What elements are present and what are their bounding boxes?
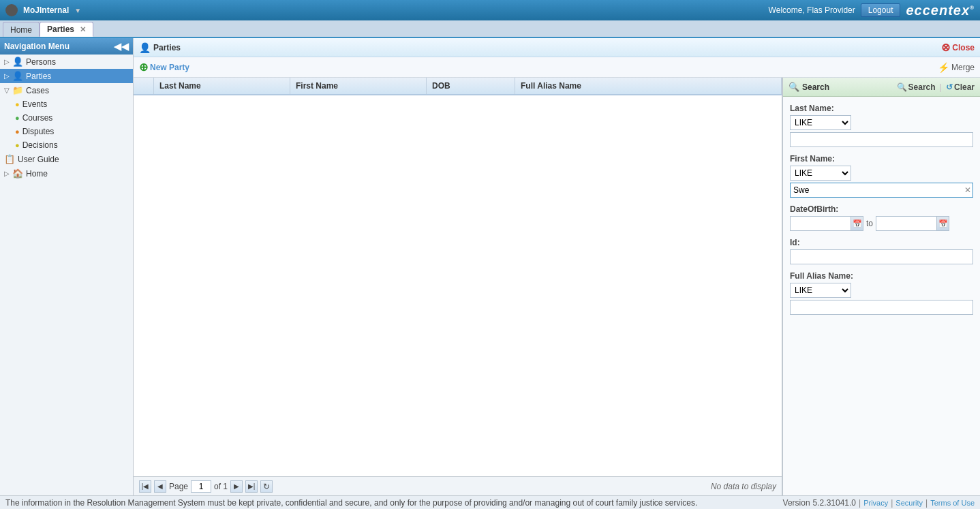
search-actions: 🔍 Search | ↺ Clear <box>897 82 975 92</box>
lightning-icon: ⚡ <box>938 62 949 73</box>
sidebar-item-home[interactable]: ▷ 🏠 Home <box>0 166 133 181</box>
close-button[interactable]: ⊗ Close <box>941 41 975 54</box>
sidebar-item-parties[interactable]: ▷ 👤 Parties <box>0 69 133 83</box>
sidebar-item-events[interactable]: ● Events <box>11 97 133 111</box>
th-dob: DOB <box>427 78 515 94</box>
expand-home-icon: ▷ <box>4 170 10 177</box>
sidebar-item-label: Cases <box>26 86 49 95</box>
last-name-select[interactable]: LIKE EQUALS STARTS WITH ENDS WITH <box>790 115 851 130</box>
sidebar-item-decisions[interactable]: ● Decisions <box>11 138 133 152</box>
footer-sep3: | <box>925 498 928 508</box>
new-party-icon: ⊕ <box>139 61 148 74</box>
dob-to-input[interactable] <box>876 216 937 231</box>
app-title-area: MoJInternal ▼ <box>5 4 81 16</box>
app-dropdown-icon[interactable]: ▼ <box>74 7 81 14</box>
dob-from-cal-icon[interactable]: 📅 <box>851 216 863 231</box>
footer: The information in the Resolution Manage… <box>0 495 980 509</box>
top-bar: MoJInternal ▼ Welcome, Flas Provider Log… <box>0 0 980 20</box>
logout-button[interactable]: Logout <box>861 3 901 17</box>
page-first-btn[interactable]: |◀ <box>139 480 151 493</box>
page-number-input[interactable] <box>191 480 211 493</box>
sidebar-item-courses[interactable]: ● Courses <box>11 111 133 125</box>
sidebar-item-label: Persons <box>26 57 56 67</box>
full-alias-select[interactable]: LIKE EQUALS STARTS WITH ENDS WITH <box>790 283 851 298</box>
clear-button[interactable]: ↺ Clear <box>946 82 975 92</box>
parties-title: 👤 Parties <box>139 42 181 53</box>
tab-home-label: Home <box>10 25 32 35</box>
dob-to-cal-icon[interactable]: 📅 <box>937 216 949 231</box>
content-area: 👤 Parties ⊗ Close ⊕ New Party ⚡ Merge <box>134 38 980 495</box>
events-icon: ● <box>15 100 20 108</box>
full-alias-label: Full Alias Name: <box>790 271 973 281</box>
sidebar-item-label: Events <box>22 99 48 109</box>
search-form: Last Name: LIKE EQUALS STARTS WITH ENDS … <box>783 97 980 322</box>
new-party-button[interactable]: ⊕ New Party <box>139 61 189 74</box>
merge-button[interactable]: ⚡ Merge <box>938 62 975 73</box>
sidebar-item-label: Decisions <box>22 140 58 150</box>
terms-link[interactable]: Terms of Use <box>930 499 975 507</box>
tab-bar: Home Parties ✕ <box>0 20 980 38</box>
main-layout: Navigation Menu ◀◀ ▷ 👤 Persons ▷ 👤 Parti… <box>0 38 980 495</box>
clear-label: Clear <box>954 82 975 92</box>
refresh-btn[interactable]: ↻ <box>260 480 273 493</box>
page-last-btn[interactable]: ▶| <box>245 480 258 493</box>
search-panel: 🔍 Search 🔍 Search | ↺ Clear <box>782 78 980 495</box>
search-magnifier-icon: 🔍 <box>897 82 907 92</box>
clear-icon: ↺ <box>946 82 953 92</box>
courses-icon: ● <box>15 114 20 122</box>
pagination-bar: |◀ ◀ Page of 1 ▶ ▶| ↻ No data to display <box>134 476 782 495</box>
expand-icon-parties: ▷ <box>4 72 10 80</box>
parties-header: 👤 Parties ⊗ Close <box>134 38 980 57</box>
page-label: Page <box>169 482 188 491</box>
no-data-label: No data to display <box>711 482 776 491</box>
tab-parties[interactable]: Parties ✕ <box>40 22 93 37</box>
table-body <box>134 95 782 476</box>
page-prev-btn[interactable]: ◀ <box>154 480 166 493</box>
first-name-input[interactable] <box>790 183 973 198</box>
search-button[interactable]: 🔍 Search <box>897 82 936 92</box>
dob-to-sep: to <box>866 219 873 228</box>
search-panel-title: Search <box>802 82 829 92</box>
close-circle-icon: ⊗ <box>941 41 950 54</box>
new-party-label: New Party <box>150 63 189 72</box>
footer-right: Version 5.2.31041.0 | Privacy | Security… <box>783 498 975 508</box>
full-alias-group: Full Alias Name: LIKE EQUALS STARTS WITH… <box>790 271 973 315</box>
th-full-alias: Full Alias Name <box>515 78 782 94</box>
first-name-group: First Name: LIKE EQUALS STARTS WITH ENDS… <box>790 154 973 198</box>
sidebar-item-persons[interactable]: ▷ 👤 Persons <box>0 55 133 69</box>
cases-folder-icon: 📁 <box>12 85 23 95</box>
privacy-link[interactable]: Privacy <box>863 499 888 507</box>
dob-label: DateOfBirth: <box>790 204 973 214</box>
sidebar-item-cases[interactable]: ▽ 📁 Cases <box>0 83 133 97</box>
sidebar-item-label: Courses <box>22 113 53 123</box>
welcome-text: Welcome, Flas Provider <box>769 5 855 15</box>
dob-row: 📅 to 📅 <box>790 216 973 231</box>
sidebar-collapse-icon[interactable]: ◀◀ <box>114 41 129 52</box>
id-group: Id: <box>790 238 973 264</box>
version-label: Version <box>783 498 810 508</box>
dob-from-input[interactable] <box>790 216 851 231</box>
id-input[interactable] <box>790 249 973 264</box>
security-link[interactable]: Security <box>895 499 923 507</box>
sidebar-item-label: Parties <box>26 72 51 81</box>
dob-to-wrap: 📅 <box>876 216 949 231</box>
search-panel-header: 🔍 Search 🔍 Search | ↺ Clear <box>783 78 980 97</box>
table-area: Last Name First Name DOB Full Alias Name… <box>134 78 782 495</box>
sidebar-item-disputes[interactable]: ● Disputes <box>11 125 133 138</box>
full-alias-input[interactable] <box>790 300 973 315</box>
sidebar-header-label: Navigation Menu <box>4 42 70 51</box>
app-icon <box>5 4 18 16</box>
full-alias-controls: LIKE EQUALS STARTS WITH ENDS WITH <box>790 283 973 298</box>
tab-close-icon[interactable]: ✕ <box>80 25 86 34</box>
first-name-clear-icon[interactable]: ✕ <box>964 186 971 194</box>
app-title: MoJInternal <box>23 5 69 15</box>
person-icon: 👤 <box>12 57 23 67</box>
footer-disclaimer: The information in the Resolution Manage… <box>5 498 697 508</box>
sidebar-item-userguide[interactable]: 📋 User Guide <box>0 152 133 166</box>
first-name-select[interactable]: LIKE EQUALS STARTS WITH ENDS WITH <box>790 166 851 181</box>
top-bar-right: Welcome, Flas Provider Logout eccentex® <box>769 3 975 18</box>
tab-home[interactable]: Home <box>3 22 40 37</box>
dob-group: DateOfBirth: 📅 to 📅 <box>790 204 973 231</box>
last-name-input[interactable] <box>790 132 973 147</box>
page-next-btn[interactable]: ▶ <box>230 480 243 493</box>
